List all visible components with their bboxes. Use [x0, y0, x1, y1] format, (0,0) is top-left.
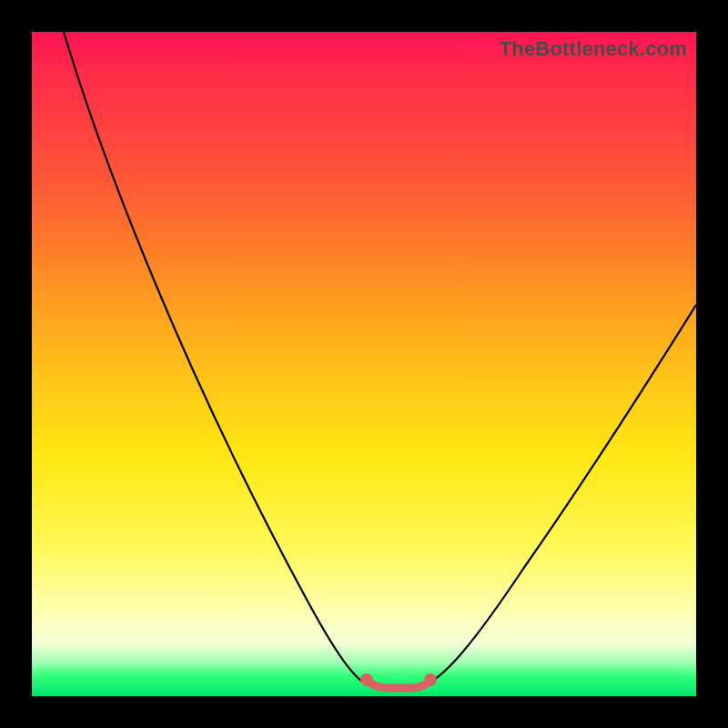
plot-area: TheBottleneck.com	[32, 32, 696, 696]
svg-point-1	[424, 673, 437, 686]
chart-frame: TheBottleneck.com	[0, 0, 728, 728]
bottleneck-curve	[32, 32, 696, 696]
